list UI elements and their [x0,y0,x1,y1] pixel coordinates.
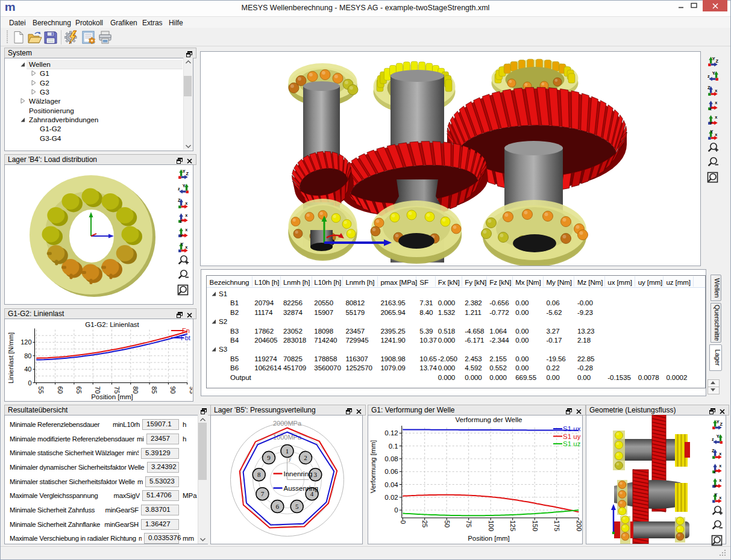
svg-text:x: x [715,88,717,93]
svg-text:Position [mm]: Position [mm] [468,535,510,542]
svg-text:0.02: 0.02 [384,494,398,501]
svg-text:125: 125 [509,520,516,531]
svg-text:60: 60 [57,387,64,394]
svg-text:Fn: Fn [182,327,190,334]
svg-text:z: z [712,437,714,443]
svg-text:Linienlast [N/mm]: Linienlast [N/mm] [7,332,14,384]
svg-text:40: 40 [24,366,31,373]
svg-text:65: 65 [75,387,83,394]
svg-text:9: 9 [267,454,271,461]
svg-text:x: x [185,244,187,250]
svg-text:Y: Y [180,233,183,238]
svg-text:Position [mm]: Position [mm] [91,393,133,400]
svg-text:z: z [707,74,710,79]
svg-text:S1 ux: S1 ux [563,425,581,432]
svg-text:0.04: 0.04 [384,481,398,488]
svg-text:Innenring: Innenring [284,470,313,478]
svg-text:Aussenring: Aussenring [284,485,319,492]
svg-text:200: 200 [576,520,583,531]
svg-text:z: z [180,219,182,223]
svg-text:0.08: 0.08 [384,455,398,462]
svg-text:120: 120 [20,338,31,346]
svg-text:Verformung [mm]: Verformung [mm] [369,440,377,493]
svg-text:Y: Y [714,492,717,497]
svg-text:Y: Y [712,56,715,61]
svg-text:0: 0 [394,506,398,514]
svg-text:Z: Z [707,85,711,90]
svg-text:0: 0 [400,520,407,524]
svg-text:50: 50 [444,520,451,527]
svg-text:0.06: 0.06 [384,468,398,475]
svg-text:Fbt: Fbt [181,334,190,341]
svg-text:0.12: 0.12 [384,429,398,437]
svg-text:2: 2 [304,454,307,461]
svg-text:85: 85 [151,387,158,394]
svg-text:Y: Y [709,120,712,125]
svg-text:6: 6 [276,503,280,510]
svg-text:Z: Z [720,422,723,427]
svg-text:x: x [715,132,717,137]
svg-text:Y: Y [712,70,715,76]
svg-text:x: x [719,495,721,500]
svg-text:x: x [185,227,187,232]
svg-text:Y: Y [710,129,713,134]
svg-text:0: 0 [28,379,31,387]
svg-text:80: 80 [132,387,139,394]
svg-text:Y: Y [183,169,186,174]
svg-text:x: x [185,213,187,218]
svg-text:x: x [715,100,717,105]
svg-text:75: 75 [113,387,121,394]
svg-text:S1 uy: S1 uy [563,433,581,440]
svg-text:x: x [185,201,187,206]
svg-text:S1 uz: S1 uz [563,440,581,447]
svg-text:x: x [715,114,717,120]
svg-text:Verformung der Welle: Verformung der Welle [455,416,522,423]
svg-text:150: 150 [532,520,539,531]
svg-text:95: 95 [189,387,192,394]
svg-text:G1-G2: Linienlast: G1-G2: Linienlast [85,321,139,328]
svg-text:25: 25 [421,520,428,527]
svg-text:0.1: 0.1 [389,443,398,450]
svg-text:Y: Y [183,183,186,188]
svg-text:90: 90 [169,387,177,394]
svg-text:z: z [709,106,712,111]
svg-text:55: 55 [37,387,45,394]
svg-text:Z: Z [178,198,181,203]
svg-text:x: x [719,451,721,456]
svg-text:1: 1 [286,447,289,455]
svg-text:7: 7 [261,490,265,497]
svg-text:8: 8 [257,471,261,478]
svg-text:z: z [714,469,716,474]
svg-text:Y: Y [717,434,720,439]
svg-text:Y: Y [714,484,717,488]
svg-text:z: z [178,187,180,192]
svg-text:Y: Y [180,241,183,247]
svg-text:x: x [719,463,721,468]
svg-text:75: 75 [465,520,472,527]
svg-text:Z: Z [715,58,718,64]
svg-text:x: x [719,478,721,483]
svg-text:100: 100 [488,520,495,531]
svg-text:Y: Y [717,419,720,425]
svg-text:Z: Z [712,448,715,453]
svg-text:5: 5 [295,503,299,510]
svg-text:3: 3 [314,471,318,478]
svg-text:70: 70 [94,387,101,394]
svg-text:Z: Z [186,171,189,176]
svg-text:175: 175 [553,520,560,531]
svg-text:2000MPa: 2000MPa [273,420,302,427]
svg-text:80: 80 [24,352,31,359]
